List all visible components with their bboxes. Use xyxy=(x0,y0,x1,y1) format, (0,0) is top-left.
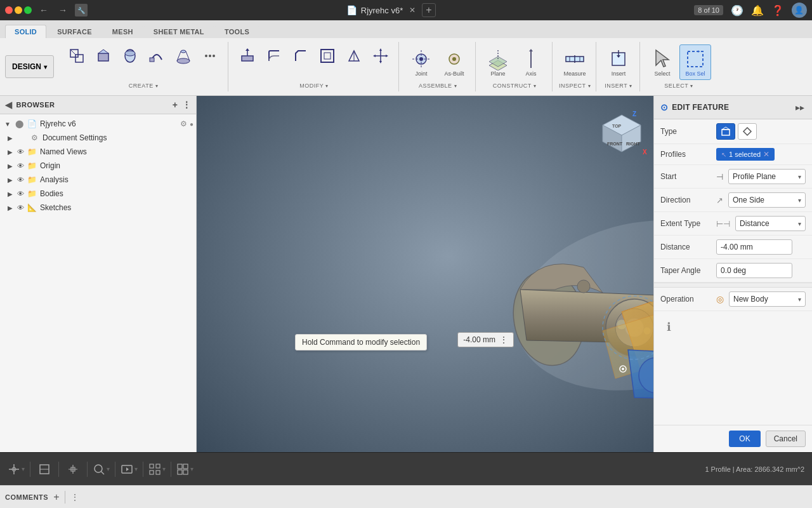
root-expand-icon[interactable] xyxy=(3,119,13,129)
inspect-dropdown[interactable]: ▾ xyxy=(93,463,110,476)
analysis-expand-icon[interactable] xyxy=(5,175,15,185)
create-more-button[interactable] xyxy=(197,44,223,67)
svg-marker-26 xyxy=(373,55,376,57)
modify-chamfer-button[interactable] xyxy=(288,44,313,67)
sketches-expand-icon[interactable] xyxy=(5,203,15,213)
create-sweep-button[interactable] xyxy=(144,44,169,67)
named-views-eye-icon[interactable]: 👁 xyxy=(15,147,25,157)
create-extrude-button[interactable] xyxy=(91,44,116,67)
svg-point-33 xyxy=(452,57,456,61)
construct-axis-button[interactable]: Axis xyxy=(515,44,547,80)
analysis-eye-icon[interactable]: 👁 xyxy=(15,175,25,185)
tab-sheet-metal[interactable]: SHEET METAL xyxy=(144,25,214,38)
doc-settings-expand-icon[interactable] xyxy=(5,133,15,143)
comments-resize-icon[interactable]: ⋮ xyxy=(70,492,79,502)
type-btn-1[interactable] xyxy=(716,123,735,140)
minimize-dot[interactable] xyxy=(15,6,22,14)
distance-input[interactable] xyxy=(716,239,792,255)
viewport[interactable]: Hold Command to modify selection -4.00 m… xyxy=(197,96,653,452)
tree-item-analysis[interactable]: 👁 📁 Analysis xyxy=(0,173,196,187)
pan-button[interactable] xyxy=(64,460,82,478)
browser-add-icon[interactable]: + xyxy=(173,100,178,110)
create-arrow[interactable]: ▾ xyxy=(155,83,159,89)
named-views-expand-icon[interactable] xyxy=(5,147,15,157)
tab-close-button[interactable]: ✕ xyxy=(407,4,418,16)
tree-item-sketches[interactable]: 👁 📐 Sketches xyxy=(0,201,196,215)
ok-button[interactable]: OK xyxy=(729,431,760,447)
root-settings-icon[interactable]: ⚙ xyxy=(180,119,187,128)
notification-icon[interactable]: 🔔 xyxy=(751,4,764,17)
info-icon[interactable]: ℹ xyxy=(660,315,678,339)
add-tab-button[interactable]: + xyxy=(422,3,435,17)
assemble-arrow[interactable]: ▾ xyxy=(454,83,457,89)
tab-surface[interactable]: SURFACE xyxy=(48,25,102,38)
insert-arrow[interactable]: ▾ xyxy=(629,83,632,89)
cancel-button[interactable]: Cancel xyxy=(766,431,806,447)
edit-feature-expand-button[interactable]: ▸▸ xyxy=(794,101,806,114)
forward-button[interactable]: → xyxy=(56,4,70,17)
inspect-measure-button[interactable]: Measure xyxy=(559,44,591,80)
direction-dropdown[interactable]: One Side ▾ xyxy=(728,192,806,208)
extent-type-dropdown[interactable]: Distance ▾ xyxy=(735,216,806,231)
grid-dropdown[interactable]: ▾ xyxy=(148,463,166,476)
profiles-clear-button[interactable]: ✕ xyxy=(763,150,769,159)
snap-dropdown-arrow: ▾ xyxy=(22,465,25,472)
create-loft-button[interactable] xyxy=(171,44,196,67)
select-arrow-icon xyxy=(651,48,674,70)
clock-icon[interactable]: 🕐 xyxy=(731,4,743,17)
view-cube[interactable]: Z X TOP FRONT RIGHT xyxy=(593,109,644,159)
modify-press-pull-button[interactable] xyxy=(235,44,260,67)
close-dot[interactable] xyxy=(5,6,13,14)
root-visibility-icon[interactable]: ⬤ xyxy=(14,119,24,129)
tree-item-named-views[interactable]: 👁 📁 Named Views xyxy=(0,145,196,159)
select-button[interactable]: Select xyxy=(646,44,678,80)
tab-solid[interactable]: SOLID xyxy=(5,25,46,38)
tree-item-root[interactable]: ⬤ 📄 Rjyrehc v6 ⚙ ● xyxy=(0,117,196,131)
tab-mesh[interactable]: MESH xyxy=(103,25,143,38)
maximize-dot[interactable] xyxy=(24,6,32,14)
construct-arrow[interactable]: ▾ xyxy=(534,83,537,89)
taper-angle-input[interactable] xyxy=(716,263,792,278)
comments-add-button[interactable]: + xyxy=(53,491,59,503)
bodies-expand-icon[interactable] xyxy=(5,189,15,199)
capture-design-history-button[interactable] xyxy=(36,460,53,478)
origin-expand-icon[interactable] xyxy=(5,161,15,171)
start-dropdown[interactable]: Profile Plane ▾ xyxy=(728,169,806,184)
help-icon[interactable]: ❓ xyxy=(771,4,784,17)
modify-arrow[interactable]: ▾ xyxy=(325,83,329,89)
distance-options-icon[interactable]: ⋮ xyxy=(499,335,508,345)
construct-plane-button[interactable]: Plane xyxy=(482,44,514,80)
modify-shell-button[interactable] xyxy=(315,44,340,67)
design-dropdown[interactable]: DESIGN ▾ xyxy=(5,55,54,78)
back-button[interactable]: ← xyxy=(37,4,51,17)
box-select-button[interactable]: Box Sel xyxy=(679,44,711,80)
sketches-eye-icon[interactable]: 👁 xyxy=(15,203,25,213)
toolbar-sep-6 xyxy=(171,462,171,477)
modify-move-button[interactable] xyxy=(368,44,393,67)
user-avatar[interactable]: 👤 xyxy=(792,3,807,18)
assemble-as-built-button[interactable]: As-Built xyxy=(438,44,470,80)
snap-dropdown[interactable]: ▾ xyxy=(8,463,25,476)
inspect-arrow[interactable]: ▾ xyxy=(588,83,591,89)
tree-item-origin[interactable]: 👁 📁 Origin xyxy=(0,159,196,173)
root-more-icon[interactable]: ● xyxy=(190,121,193,128)
bodies-eye-icon[interactable]: 👁 xyxy=(15,189,25,199)
display-dropdown[interactable]: ▾ xyxy=(121,463,138,476)
browser-collapse-button[interactable]: ◀ xyxy=(5,100,13,110)
create-new-component-button[interactable] xyxy=(64,44,89,67)
tree-item-bodies[interactable]: 👁 📁 Bodies xyxy=(0,187,196,201)
origin-eye-icon[interactable]: 👁 xyxy=(15,161,25,171)
modify-draft-button[interactable] xyxy=(341,44,367,67)
operation-dropdown[interactable]: New Body ▾ xyxy=(729,291,806,307)
modify-fillet-button[interactable] xyxy=(261,44,287,67)
browser-resize-icon[interactable]: ⋮ xyxy=(182,100,192,110)
insert-button[interactable]: Insert xyxy=(603,44,634,80)
measure-icon xyxy=(563,48,586,70)
tree-item-doc-settings[interactable]: ⚙ Document Settings xyxy=(0,131,196,145)
select-arrow[interactable]: ▾ xyxy=(690,83,693,89)
viewport-dropdown[interactable]: ▾ xyxy=(176,463,193,476)
create-revolve-button[interactable] xyxy=(117,44,143,67)
assemble-joint-button[interactable]: Joint xyxy=(405,44,437,80)
type-btn-2[interactable] xyxy=(738,123,757,140)
tab-tools[interactable]: TOOLS xyxy=(215,25,259,38)
